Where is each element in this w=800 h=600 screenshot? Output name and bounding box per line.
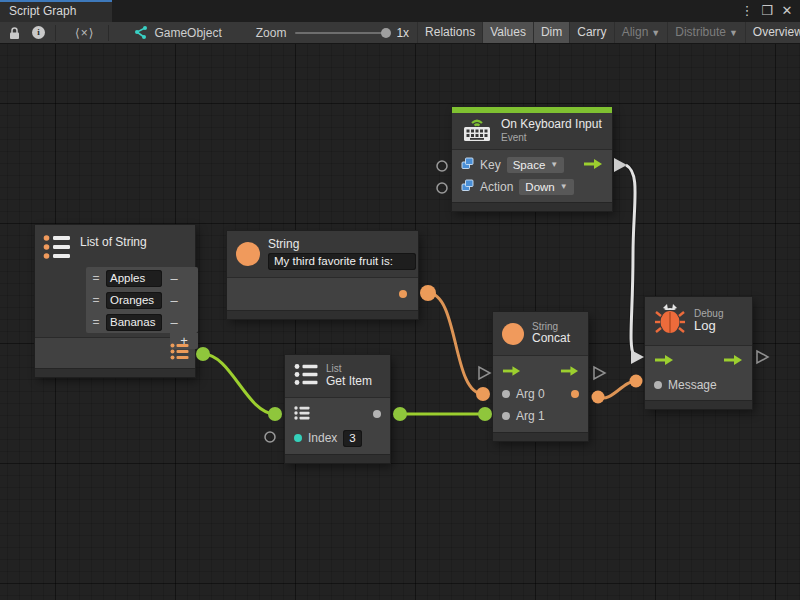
string-type-icon <box>502 323 524 345</box>
node-list-of-string[interactable]: List of String = Apples – = Oranges – = … <box>35 225 195 377</box>
message-input-port[interactable] <box>654 381 662 389</box>
zoom-slider-thumb[interactable] <box>381 28 391 38</box>
node-footer <box>35 368 195 377</box>
node-on-keyboard-input[interactable]: On Keyboard Input Event Key Space▼ Actio… <box>452 107 612 211</box>
arg1-input-port[interactable] <box>502 412 510 420</box>
keycode-type-icon <box>461 157 474 173</box>
list-item-row: = Apples – <box>86 267 198 289</box>
keycode-type-icon <box>461 179 474 195</box>
window-menu-icon[interactable]: ⋮ <box>738 0 756 22</box>
list-item-field[interactable]: Oranges <box>106 292 162 309</box>
arg0-input-port[interactable] <box>502 390 510 398</box>
chevron-down-icon: ▼ <box>729 28 738 38</box>
zoom-value: 1x <box>396 26 409 40</box>
node-concat[interactable]: String Concat Arg 0 Arg 1 <box>493 312 588 441</box>
toolbar-separator <box>55 25 56 41</box>
index-port-label: Index <box>308 431 337 445</box>
chevron-down-icon: ▼ <box>550 158 558 172</box>
action-dropdown[interactable]: Down▼ <box>519 179 573 195</box>
close-icon[interactable]: ✕ <box>778 0 796 22</box>
list-type-icon <box>43 234 71 264</box>
title-bar: Script Graph ⋮ ❒ ✕ <box>0 0 800 22</box>
node-footer <box>227 310 418 319</box>
distribute-button[interactable]: Distribute▼ <box>667 22 745 44</box>
control-output-arrow-icon[interactable] <box>560 365 579 380</box>
arg1-port-label: Arg 1 <box>516 409 545 423</box>
node-title: String <box>268 238 416 252</box>
chevron-down-icon: ▼ <box>560 180 568 194</box>
node-title: Get Item <box>326 375 372 389</box>
arg0-port-label: Arg 0 <box>516 387 545 401</box>
remove-item-button[interactable]: – <box>165 315 183 330</box>
string-output-port[interactable] <box>399 290 407 298</box>
graph-toolbar: i ⟨×⟩ GameObject Zoom 1x Relations Value… <box>0 22 800 44</box>
remove-item-button[interactable]: – <box>165 271 183 286</box>
node-footer <box>285 454 390 463</box>
string-type-icon <box>236 242 260 266</box>
dim-button[interactable]: Dim <box>533 22 569 44</box>
node-footer <box>452 202 612 211</box>
keyboard-icon <box>461 116 493 147</box>
node-title: On Keyboard Input <box>501 118 602 132</box>
list-output-port-icon[interactable] <box>170 343 189 364</box>
zoom-slider[interactable] <box>295 32 387 34</box>
node-title: List of String <box>80 235 147 249</box>
tab-title: Script Graph <box>9 4 76 18</box>
tab-script-graph[interactable]: Script Graph <box>0 0 112 22</box>
lock-icon[interactable] <box>8 22 21 44</box>
item-output-port[interactable] <box>373 410 381 418</box>
result-output-port[interactable] <box>571 390 579 398</box>
carry-button[interactable]: Carry <box>569 22 613 44</box>
chevron-down-icon: ▼ <box>651 28 660 38</box>
toolbar-separator <box>108 25 109 41</box>
message-port-label: Message <box>668 378 717 392</box>
zoom-label: Zoom <box>256 26 287 40</box>
control-input-arrow-icon[interactable] <box>502 365 521 380</box>
graph-target-label: GameObject <box>154 26 221 40</box>
drag-handle-icon[interactable]: = <box>89 293 103 307</box>
bug-icon <box>654 302 686 340</box>
info-icon[interactable]: i <box>32 22 45 44</box>
remove-item-button[interactable]: – <box>165 293 183 308</box>
values-button[interactable]: Values <box>482 22 533 44</box>
node-footer <box>645 400 752 409</box>
index-input-port[interactable] <box>294 434 302 442</box>
key-port-label: Key <box>480 158 501 172</box>
string-value-field[interactable]: My third favorite fruit is: <box>268 253 416 270</box>
list-input-port-icon[interactable] <box>294 406 310 423</box>
node-subtitle: Event <box>501 132 602 144</box>
action-port-label: Action <box>480 180 513 194</box>
code-view-icon[interactable]: ⟨×⟩ <box>75 22 94 44</box>
graph-target-icon <box>132 22 148 44</box>
list-item-field[interactable]: Bananas <box>106 314 162 331</box>
overview-button[interactable]: Overview <box>745 22 800 44</box>
list-editor: = Apples – = Oranges – = Bananas – <box>86 267 198 333</box>
node-title: Concat <box>532 332 570 346</box>
list-item-row: = Bananas – <box>86 311 198 333</box>
control-output-arrow-icon[interactable] <box>723 354 743 369</box>
relations-button[interactable]: Relations <box>417 22 482 44</box>
control-input-arrow-icon[interactable] <box>654 354 674 369</box>
drag-handle-icon[interactable]: = <box>89 315 103 329</box>
list-type-icon <box>294 363 318 390</box>
node-string-literal[interactable]: String My third favorite fruit is: <box>227 231 418 319</box>
align-button[interactable]: Align▼ <box>614 22 668 44</box>
index-value-field[interactable]: 3 <box>343 430 361 447</box>
node-footer <box>493 432 588 441</box>
unity-visual-scripting-window: Script Graph ⋮ ❒ ✕ i ⟨×⟩ GameObject Zoom… <box>0 0 800 600</box>
list-item-field[interactable]: Apples <box>106 270 162 287</box>
maximize-icon[interactable]: ❒ <box>758 0 776 22</box>
node-get-item[interactable]: List Get Item Index 3 <box>285 355 390 463</box>
drag-handle-icon[interactable]: = <box>89 271 103 285</box>
control-output-arrow-icon[interactable] <box>583 158 603 173</box>
key-dropdown[interactable]: Space▼ <box>507 157 565 173</box>
list-item-row: = Oranges – <box>86 289 198 311</box>
node-debug-log[interactable]: Debug Log Message <box>645 297 752 409</box>
node-title: Log <box>694 319 723 334</box>
